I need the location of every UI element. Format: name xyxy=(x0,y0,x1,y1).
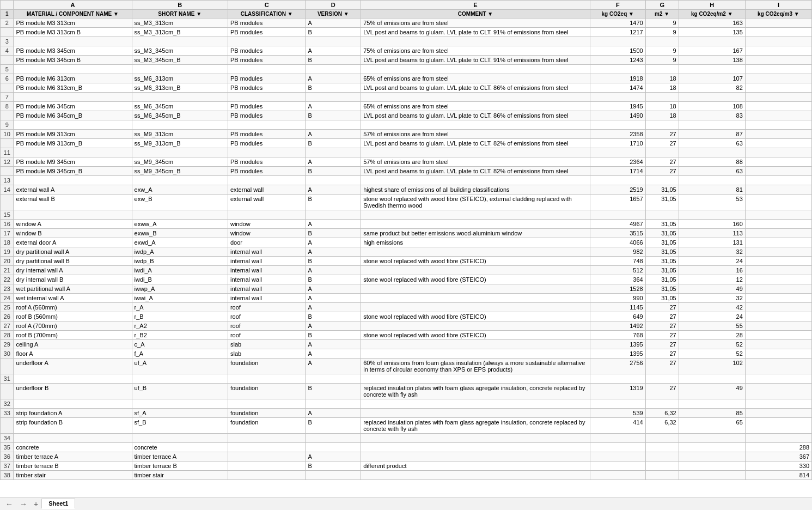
cell-b[interactable]: iwdp_B xyxy=(132,257,228,266)
cell-i[interactable]: 330 xyxy=(745,462,811,471)
cell-g[interactable]: 27 xyxy=(645,139,679,148)
cell-d[interactable]: A xyxy=(306,247,361,257)
cell-b[interactable]: concrete xyxy=(132,443,228,452)
cell-f[interactable]: 512 xyxy=(590,266,645,275)
row-num-cell[interactable] xyxy=(1,384,14,399)
cell-i[interactable] xyxy=(745,167,811,176)
cell-b[interactable]: f_A xyxy=(132,349,228,359)
cell-h[interactable]: 135 xyxy=(679,28,745,37)
cell-d[interactable] xyxy=(306,210,361,220)
cell-d[interactable]: A xyxy=(306,452,361,462)
cell-b[interactable]: timber stair xyxy=(132,471,228,480)
cell-e[interactable] xyxy=(361,284,590,294)
cell-d[interactable] xyxy=(306,148,361,157)
cell-f[interactable]: 1918 xyxy=(590,74,645,83)
cell-b[interactable] xyxy=(132,399,228,409)
cell-e[interactable]: LVL post and beams to glulam. LVL plate … xyxy=(361,167,590,176)
cell-a[interactable]: wet partitional wall A xyxy=(14,284,132,294)
cell-e[interactable]: high emissions xyxy=(361,238,590,247)
cell-a[interactable]: timber terrace B xyxy=(14,462,132,471)
cell-b[interactable]: exw_B xyxy=(132,195,228,210)
cell-e[interactable]: different product xyxy=(361,462,590,471)
cell-g[interactable]: 31,05 xyxy=(645,284,679,294)
header-col-d[interactable]: VERSION ▼ xyxy=(306,10,361,19)
cell-g[interactable]: 9 xyxy=(645,19,679,28)
cell-h[interactable]: 107 xyxy=(679,74,745,83)
cell-e[interactable] xyxy=(361,220,590,229)
cell-c[interactable]: internal wall xyxy=(228,275,305,284)
cell-h[interactable]: 55 xyxy=(679,321,745,331)
cell-c[interactable]: foundation xyxy=(228,359,305,374)
cell-b[interactable]: ss_M6_313cm_B xyxy=(132,83,228,93)
cell-g[interactable]: 31,05 xyxy=(645,266,679,275)
cell-c[interactable] xyxy=(228,37,305,46)
col-letter-g[interactable]: G xyxy=(645,1,679,10)
cell-c[interactable] xyxy=(228,65,305,74)
cell-f[interactable]: 4066 xyxy=(590,238,645,247)
cell-b[interactable]: r_A2 xyxy=(132,321,228,331)
cell-a[interactable]: PB module M9 313cm xyxy=(14,130,132,139)
cell-a[interactable]: floor A xyxy=(14,349,132,359)
cell-f[interactable]: 1945 xyxy=(590,102,645,111)
cell-a[interactable]: PB module M6 313cm xyxy=(14,74,132,83)
cell-b[interactable]: iwwi_A xyxy=(132,294,228,303)
cell-d[interactable] xyxy=(306,176,361,185)
cell-c[interactable]: PB modules xyxy=(228,139,305,148)
cell-h[interactable] xyxy=(679,93,745,102)
col-letter-a[interactable]: A xyxy=(14,1,132,10)
cell-a[interactable]: PB module M6 345cm_B xyxy=(14,111,132,120)
cell-f[interactable] xyxy=(590,176,645,185)
header-col-a[interactable]: MATERIAL / COMPONENT NAME ▼ xyxy=(14,10,132,19)
cell-b[interactable]: exw_A xyxy=(132,185,228,195)
cell-e[interactable]: same product but better emissions wood-a… xyxy=(361,229,590,238)
cell-d[interactable]: B xyxy=(306,418,361,434)
cell-e[interactable] xyxy=(361,443,590,452)
cell-d[interactable] xyxy=(306,120,361,130)
cell-g[interactable]: 31,05 xyxy=(645,220,679,229)
cell-b[interactable]: r_B xyxy=(132,312,228,321)
col-letter-f[interactable]: F xyxy=(590,1,645,10)
cell-a[interactable]: timber terrace A xyxy=(14,452,132,462)
cell-h[interactable]: 85 xyxy=(679,409,745,418)
cell-b[interactable]: ss_M6_345cm xyxy=(132,102,228,111)
cell-e[interactable]: replaced insulation plates with foam gla… xyxy=(361,384,590,399)
cell-g[interactable]: 6,32 xyxy=(645,409,679,418)
cell-h[interactable]: 49 xyxy=(679,384,745,399)
cell-e[interactable] xyxy=(361,294,590,303)
cell-i[interactable] xyxy=(745,321,811,331)
cell-g[interactable]: 27 xyxy=(645,359,679,374)
cell-f[interactable]: 1145 xyxy=(590,303,645,312)
row-num-cell[interactable]: 18 xyxy=(1,238,14,247)
row-num-cell[interactable]: 5 xyxy=(1,65,14,74)
cell-b[interactable]: exwd_A xyxy=(132,238,228,247)
cell-g[interactable]: 31,05 xyxy=(645,257,679,266)
row-num-cell[interactable]: 11 xyxy=(1,148,14,157)
cell-b[interactable]: ss_M9_345cm xyxy=(132,157,228,167)
cell-g[interactable] xyxy=(645,374,679,384)
cell-a[interactable]: PB module M9 345cm_B xyxy=(14,167,132,176)
cell-i[interactable] xyxy=(745,65,811,74)
cell-g[interactable] xyxy=(645,176,679,185)
cell-a[interactable]: underfloor B xyxy=(14,384,132,399)
cell-e[interactable]: LVL post and beams to glulam. LVL plate … xyxy=(361,83,590,93)
cell-b[interactable]: timber terrace B xyxy=(132,462,228,471)
cell-d[interactable]: B xyxy=(306,462,361,471)
cell-h[interactable]: 16 xyxy=(679,266,745,275)
cell-f[interactable] xyxy=(590,462,645,471)
cell-g[interactable]: 27 xyxy=(645,331,679,340)
cell-f[interactable]: 1500 xyxy=(590,46,645,56)
cell-a[interactable]: external wall B xyxy=(14,195,132,210)
cell-c[interactable]: roof xyxy=(228,321,305,331)
cell-a[interactable]: roof B (560mm) xyxy=(14,312,132,321)
cell-b[interactable]: ss_M3_313cm xyxy=(132,19,228,28)
row-num-cell[interactable]: 19 xyxy=(1,247,14,257)
header-col-h[interactable]: kg CO2eq/m2 ▼ xyxy=(679,10,745,19)
cell-d[interactable]: B xyxy=(306,229,361,238)
cell-c[interactable] xyxy=(228,452,305,462)
cell-b[interactable]: uf_A xyxy=(132,359,228,374)
row-num-cell[interactable]: 6 xyxy=(1,74,14,83)
cell-a[interactable]: roof A (700mm) xyxy=(14,321,132,331)
cell-a[interactable] xyxy=(14,210,132,220)
row-num-cell[interactable]: 33 xyxy=(1,409,14,418)
cell-a[interactable]: external wall A xyxy=(14,185,132,195)
